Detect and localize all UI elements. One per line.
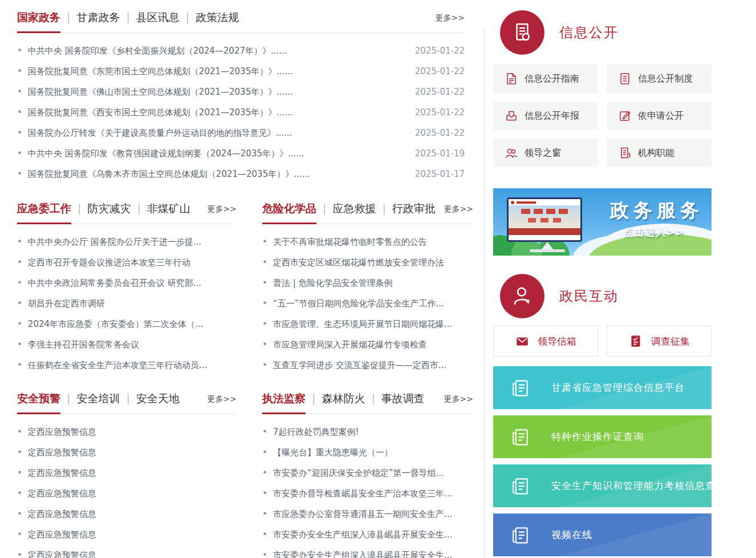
- card-leaders-window[interactable]: 领导之窗: [493, 139, 598, 167]
- news-title: 【曝光台】重大隐患曝光（一）: [273, 447, 473, 458]
- news-list-item[interactable]: • 定西市召开专题会议推进治本攻坚三年行动: [17, 252, 237, 273]
- card-info-system[interactable]: 信息公开制度: [607, 64, 712, 93]
- section-header: 应急委工作 防灾减灾 非煤矿山 更多>>: [17, 200, 237, 224]
- news-list-item[interactable]: • “五一”节假日期间危险化学品安全生产工作...: [262, 293, 473, 314]
- news-list-item[interactable]: • 国务院批复同意《乌鲁木齐市国土空间总体规划（2021—2035年）》....…: [17, 164, 465, 184]
- news-list-item[interactable]: • 任振鹤在全省安全生产治本攻坚三年行动动员...: [17, 355, 237, 375]
- section-header: 执法监察 森林防火 事故调查 更多>>: [262, 390, 473, 414]
- news-list-item[interactable]: • 定西应急预警信息: [17, 524, 237, 545]
- news-list-item[interactable]: • 国务院批复同意《西安市国土空间总体规划（2021—2035年）》......…: [17, 102, 465, 123]
- news-date: 2025-01-22: [415, 87, 465, 97]
- section-tab[interactable]: 行政审批: [376, 200, 435, 216]
- quick-link-banner[interactable]: 特种作业操作证查询: [493, 415, 712, 458]
- section-tab[interactable]: 应急委工作: [17, 200, 71, 216]
- bullet-icon: •: [17, 148, 22, 159]
- bullet-icon: •: [17, 360, 22, 370]
- news-list-item[interactable]: • 定西应急预警信息: [17, 442, 237, 463]
- news-list-item[interactable]: • 市应急管理、生态环境局开展节日期间烟花爆...: [262, 314, 473, 334]
- news-list-item[interactable]: • 定西应急预警信息: [17, 422, 237, 442]
- quick-link-banner[interactable]: 安全生产知识和管理能力考核信息查询: [493, 464, 712, 507]
- news-list-item[interactable]: • 市安委办安全生产组深入漳县岷县开展安全生...: [262, 545, 473, 558]
- news-title: 定西应急预警信息: [28, 447, 237, 458]
- news-list-item[interactable]: • 市安委办安全生产组深入漳县岷县开展安全生...: [262, 524, 473, 545]
- newspaper-icon: [509, 426, 531, 448]
- news-list: • 定西应急预警信息 • 定西应急预警信息 • 定西应急预警信息 • 定西应急预…: [17, 422, 237, 558]
- card-apply-disclosure[interactable]: 依申请公开: [607, 102, 712, 130]
- quick-link-banner[interactable]: 甘肃省应急管理综合信息平台: [493, 366, 712, 409]
- more-link[interactable]: 更多>>: [444, 394, 473, 406]
- card-info-guide[interactable]: 信息公开指南: [493, 64, 598, 93]
- news-list-item[interactable]: • 中共中央办公厅 国务院办公厅关于进一步提...: [17, 232, 237, 252]
- news-list-item[interactable]: • 中共中央政治局常务委员会召开会议 研究部...: [17, 273, 237, 293]
- news-list-item[interactable]: • 市安委办督导检查岷县安全生产治本攻坚三年...: [262, 483, 473, 504]
- news-list-item[interactable]: • 市安委办“迎国庆保安全护稳定”第一督导组...: [262, 463, 473, 483]
- news-list-item[interactable]: • 普法 | 危险化学品安全管理条例: [262, 273, 473, 293]
- news-list-item[interactable]: • 定西应急预警信息: [17, 483, 237, 504]
- news-list-item[interactable]: • 国务院批复同意《佛山市国土空间总体规划（2021—2035年）》......…: [17, 82, 465, 102]
- column-divider: [484, 27, 485, 558]
- bullet-icon: •: [17, 447, 22, 458]
- bullet-icon: •: [262, 319, 267, 329]
- bullet-icon: •: [262, 529, 267, 540]
- section-tab[interactable]: 安全预警: [17, 390, 60, 406]
- sidebar: 信息公开 信息公开指南 信息公开制度: [493, 10, 712, 558]
- news-title: 互查互学同进步 交流互鉴促提升——定西市...: [273, 360, 473, 371]
- section-tab[interactable]: 甘肃政务: [60, 9, 120, 25]
- news-title: 胡昌升在定西市调研: [28, 298, 237, 309]
- news-list-item[interactable]: • 互查互学同进步 交流互鉴促提升——定西市...: [262, 355, 473, 375]
- news-list-item[interactable]: • 市应急管理局深入开展烟花爆竹专项检查: [262, 334, 473, 355]
- section-tab[interactable]: 森林防火: [306, 390, 365, 406]
- quick-link-banner[interactable]: 视频在线: [493, 513, 712, 556]
- news-list-item[interactable]: • 中共中央 国务院印发《乡村全面振兴规划（2024—2027年）》......…: [17, 41, 465, 61]
- news-list-item[interactable]: • 中共中央 国务院印发《教育强国建设规划纲要（2024—2035年）》....…: [17, 143, 465, 164]
- news-list-item[interactable]: • 定西应急预警信息: [17, 545, 237, 558]
- news-list-item[interactable]: • 国务院办公厅转发《关于建设高质量户外运动目的地的指导意见》...... 20…: [17, 123, 465, 143]
- card-annual-report[interactable]: 信息公开年报: [493, 102, 598, 130]
- news-list-item[interactable]: • 定西市安定区城区烟花爆竹燃放安全管理办法: [262, 252, 473, 273]
- section-tab[interactable]: 安全天地: [120, 390, 179, 406]
- service-banner-cta[interactable]: 点击进入>>: [624, 226, 686, 239]
- survey-collection-button[interactable]: 调查征集: [607, 326, 712, 357]
- news-date: 2025-01-17: [415, 169, 465, 179]
- news-list-item[interactable]: • 2024年市应急委（市安委会）第二次全体（...: [17, 314, 237, 334]
- more-link[interactable]: 更多>>: [208, 394, 237, 406]
- more-link[interactable]: 更多>>: [436, 13, 465, 25]
- news-title: 国务院批复同意《西安市国土空间总体规划（2021—2035年）》......: [28, 107, 406, 118]
- more-link[interactable]: 更多>>: [444, 204, 473, 216]
- news-list-item[interactable]: • 【曝光台】重大隐患曝光（一）: [262, 442, 473, 463]
- news-list-item[interactable]: • 市应急委办公室督导通渭县五一期间安全生产...: [262, 504, 473, 524]
- more-link[interactable]: 更多>>: [208, 204, 237, 216]
- news-list-item[interactable]: • 李强主持召开国务院常务会议: [17, 334, 237, 355]
- section-tab[interactable]: 政策法规: [180, 9, 239, 25]
- news-title: 定西应急预警信息: [28, 529, 237, 540]
- bullet-icon: •: [262, 427, 267, 437]
- news-list-item[interactable]: • 定西应急预警信息: [17, 504, 237, 524]
- section-tab[interactable]: 事故调查: [365, 390, 424, 406]
- section-tab[interactable]: 执法监察: [262, 390, 306, 406]
- news-list-item[interactable]: • 7起行政处罚典型案例!: [262, 422, 473, 442]
- news-list-item[interactable]: • 定西应急预警信息: [17, 463, 237, 483]
- section-tab[interactable]: 县区讯息: [120, 9, 179, 25]
- leader-mailbox-button[interactable]: 领导信箱: [493, 326, 598, 357]
- news-list-item[interactable]: • 国务院批复同意《东莞市国土空间总体规划（2021—2035年）》......…: [17, 61, 465, 82]
- info-disclosure-title: 信息公开: [559, 23, 619, 42]
- government-service-banner[interactable]: 政务服务 点击进入>>: [493, 188, 712, 256]
- bullet-icon: •: [17, 529, 22, 540]
- news-list-item[interactable]: • 关于不再审批烟花爆竹临时零售点的公告: [262, 232, 473, 252]
- section-tab[interactable]: 应急救援: [316, 200, 376, 216]
- building-icon: [618, 146, 632, 160]
- news-list: • 中共中央 国务院印发《乡村全面振兴规划（2024—2027年）》......…: [17, 41, 465, 184]
- news-title: 市安委办安全生产组深入漳县岷县开展安全生...: [273, 550, 473, 558]
- news-title: 定西应急预警信息: [28, 468, 237, 479]
- news-title: 中共中央办公厅 国务院办公厅关于进一步提...: [28, 237, 237, 248]
- section-tab[interactable]: 安全培训: [60, 390, 120, 406]
- news-list-item[interactable]: • 胡昌升在定西市调研: [17, 293, 237, 314]
- section-tab[interactable]: 防灾减灾: [71, 200, 131, 216]
- section-safety-warning: 安全预警 安全培训 安全天地 更多>> • 定西应急预警信息 • 定西应急预警信…: [17, 390, 237, 558]
- section-tab[interactable]: 国家政务: [17, 9, 60, 25]
- people-icon: [505, 146, 518, 160]
- bullet-icon: •: [262, 298, 267, 309]
- section-tab[interactable]: 非煤矿山: [131, 200, 190, 216]
- section-tab[interactable]: 危险化学品: [262, 200, 316, 216]
- card-org-functions[interactable]: 机构职能: [607, 139, 712, 167]
